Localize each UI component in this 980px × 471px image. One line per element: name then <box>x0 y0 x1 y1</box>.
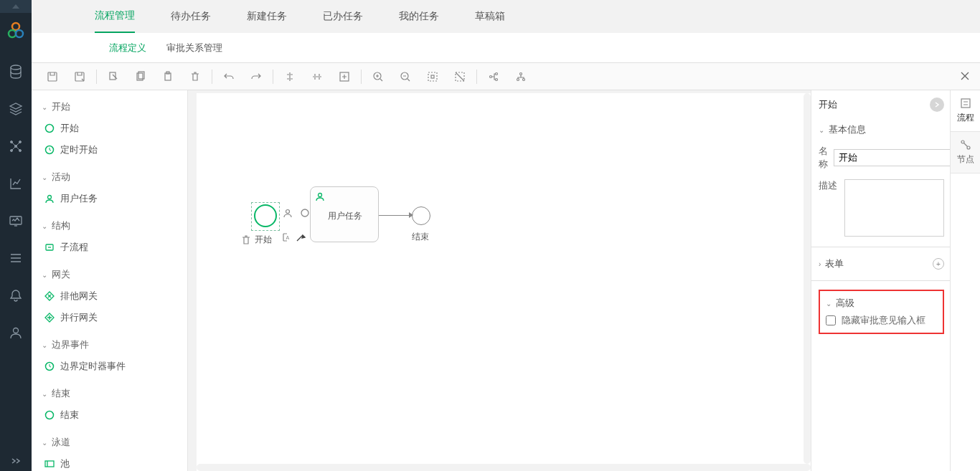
tree-v-icon[interactable] <box>507 63 534 90</box>
actual-size-icon[interactable] <box>446 63 473 90</box>
end-node-label: 结束 <box>412 231 429 243</box>
vnav-chart-icon[interactable] <box>0 165 32 202</box>
palette-group-end[interactable]: ⌄结束 <box>32 383 187 404</box>
palette-group-boundary[interactable]: ⌄边界事件 <box>32 334 187 356</box>
sub-tabs: 流程定义 审批关系管理 <box>32 33 980 63</box>
workspace: ⌄开始 开始 定时开始 ⌄活动 用户任务 ⌄结构 子流程 ⌄网关 排他网关 并行… <box>32 90 980 471</box>
palette-group-lane[interactable]: ⌄泳道 <box>32 432 187 453</box>
subtab-process-def[interactable]: 流程定义 <box>109 42 146 54</box>
app-root: 流程管理 待办任务 新建任务 已办任务 我的任务 草稿箱 流程定义 审批关系管理 <box>0 0 980 471</box>
palette-item-timer-start[interactable]: 定时开始 <box>32 139 187 161</box>
svg-point-24 <box>490 75 492 77</box>
section-form[interactable]: ›表单+ <box>819 253 944 275</box>
tab-draft[interactable]: 草稿箱 <box>475 0 505 33</box>
palette-group-structure[interactable]: ⌄结构 <box>32 215 187 237</box>
palette-item-user-task[interactable]: 用户任务 <box>32 188 187 209</box>
sequence-flow[interactable] <box>379 215 412 216</box>
canvas-vscrollbar[interactable] <box>804 93 811 464</box>
svg-point-43 <box>967 146 970 149</box>
svg-point-42 <box>961 141 964 143</box>
ctx-user-icon[interactable] <box>281 206 294 219</box>
section-advanced[interactable]: ⌄高级 <box>826 297 937 314</box>
svg-point-28 <box>517 78 519 80</box>
svg-point-35 <box>46 411 54 419</box>
right-side-tabs: 流程 节点 <box>950 90 980 471</box>
canvas-hscrollbar[interactable] <box>197 464 811 471</box>
hide-approval-checkbox[interactable]: 隐藏审批意见输入框 <box>826 314 937 327</box>
end-node[interactable] <box>412 206 430 225</box>
tab-process-mgmt[interactable]: 流程管理 <box>95 0 135 33</box>
field-name-input[interactable] <box>834 149 964 166</box>
save-as-icon[interactable] <box>66 63 93 90</box>
svg-point-29 <box>523 78 525 80</box>
vnav-expand-icon[interactable] <box>0 451 32 471</box>
palette-item-boundary-timer[interactable]: 边界定时器事件 <box>32 356 187 377</box>
rtab-node[interactable]: 节点 <box>951 132 980 173</box>
svg-rect-11 <box>48 72 57 81</box>
properties-panel: 开始 ⌄基本信息 名称 描述 ›表单+ ⌄高级 <box>811 90 950 471</box>
ctx-annotation-icon[interactable]: A <box>281 232 291 244</box>
tab-my-task[interactable]: 我的任务 <box>399 0 439 33</box>
palette-item-subprocess[interactable]: 子流程 <box>32 237 187 258</box>
tab-new-task[interactable]: 新建任务 <box>247 0 287 33</box>
props-collapse-icon[interactable] <box>930 97 944 112</box>
zoom-in-icon[interactable] <box>364 63 392 90</box>
user-task-icon <box>315 191 325 204</box>
vertical-nav <box>0 0 32 471</box>
context-tool-row2: A <box>281 232 306 244</box>
vnav-bell-icon[interactable] <box>0 277 32 314</box>
palette-item-parallel-gateway[interactable]: 并行网关 <box>32 307 187 328</box>
svg-point-26 <box>496 78 498 80</box>
top-tabs: 流程管理 待办任务 新建任务 已办任务 我的任务 草稿箱 <box>32 0 980 33</box>
svg-rect-21 <box>428 72 437 81</box>
undo-icon[interactable] <box>215 63 242 90</box>
palette-group-gateway[interactable]: ⌄网关 <box>32 264 187 285</box>
palette-item-exclusive-gateway[interactable]: 排他网关 <box>32 285 187 307</box>
grid-add-icon[interactable] <box>331 63 358 90</box>
hide-approval-checkbox-input[interactable] <box>826 315 836 325</box>
props-title: 开始 <box>819 98 837 111</box>
close-icon[interactable] <box>960 71 970 83</box>
tree-h-icon[interactable] <box>480 63 507 90</box>
align-icon[interactable] <box>276 63 303 90</box>
copy-icon[interactable] <box>127 63 154 90</box>
vnav-collapse-top[interactable] <box>0 0 32 13</box>
canvas[interactable]: 开始 A 用户任务 <box>197 93 811 471</box>
rtab-process[interactable]: 流程 <box>951 90 980 132</box>
palette-item-pool[interactable]: 池 <box>32 453 187 471</box>
cut-icon[interactable] <box>100 63 127 90</box>
main-area: 流程管理 待办任务 新建任务 已办任务 我的任务 草稿箱 流程定义 审批关系管理 <box>32 0 980 471</box>
vnav-database-icon[interactable] <box>0 53 32 90</box>
ctx-connect-icon[interactable] <box>296 232 306 244</box>
vnav-network-icon[interactable] <box>0 128 32 165</box>
zoom-out-icon[interactable] <box>392 63 419 90</box>
ctx-trash-icon[interactable] <box>240 234 253 247</box>
paste-icon[interactable] <box>154 63 182 90</box>
vnav-menu-icon[interactable] <box>0 239 32 277</box>
start-node[interactable] <box>254 204 277 227</box>
svg-point-1 <box>9 30 16 37</box>
save-icon[interactable] <box>39 63 66 90</box>
start-node-label: 开始 <box>255 234 272 246</box>
section-basic[interactable]: ⌄基本信息 <box>819 119 944 141</box>
add-form-icon[interactable]: + <box>933 258 944 270</box>
vnav-user-icon[interactable] <box>0 314 32 351</box>
field-desc-input[interactable] <box>844 179 944 237</box>
redo-icon[interactable] <box>242 63 270 90</box>
delete-icon[interactable] <box>182 63 209 90</box>
context-tool-delete <box>240 234 253 247</box>
vnav-layers-icon[interactable] <box>0 90 32 128</box>
vnav-monitor-icon[interactable] <box>0 202 32 239</box>
svg-point-27 <box>520 72 522 75</box>
distribute-icon[interactable] <box>303 63 331 90</box>
fit-icon[interactable] <box>419 63 446 90</box>
palette-item-start[interactable]: 开始 <box>32 118 187 139</box>
svg-rect-41 <box>961 99 970 108</box>
palette-group-start[interactable]: ⌄开始 <box>32 96 187 118</box>
user-task-node[interactable]: 用户任务 <box>310 186 379 242</box>
subtab-approval-rel[interactable]: 审批关系管理 <box>166 42 222 54</box>
tab-done[interactable]: 已办任务 <box>323 0 363 33</box>
tab-todo[interactable]: 待办任务 <box>171 0 211 33</box>
palette-item-end[interactable]: 结束 <box>32 404 187 426</box>
palette-group-activity[interactable]: ⌄活动 <box>32 166 187 188</box>
